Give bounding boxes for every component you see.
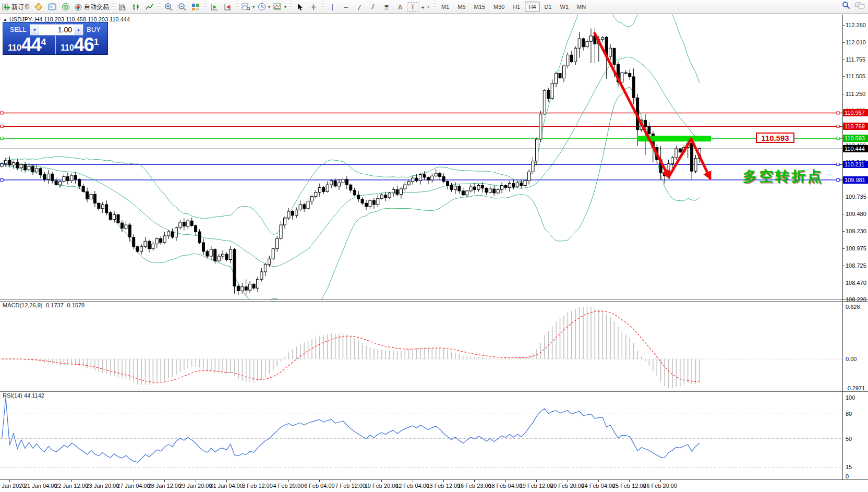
hline-handle[interactable] (837, 137, 839, 140)
macd-histogram-bar (269, 359, 270, 374)
candle (171, 229, 174, 239)
hline-handle[interactable] (1, 125, 3, 128)
hline-handle[interactable] (1, 112, 3, 114)
macd-histogram-bar (699, 359, 700, 382)
time-tick (381, 480, 382, 482)
timeframe-h4[interactable]: H4 (525, 2, 539, 12)
hline-handle[interactable] (837, 125, 839, 128)
timeframe-m30[interactable]: M30 (490, 2, 508, 12)
price-tick (842, 283, 845, 283)
templates-button[interactable]: ▾ (272, 1, 288, 13)
candle (629, 69, 631, 80)
periods-button[interactable]: ▾ (256, 1, 272, 13)
panel-separator[interactable] (0, 390, 868, 392)
fibonacci-tool-button[interactable]: ≣ (380, 1, 393, 13)
macd-histogram-bar (106, 359, 107, 374)
timeframe-m5[interactable]: M5 (454, 2, 469, 12)
candle (78, 178, 81, 189)
toolbar-grip (433, 2, 436, 12)
text-tool-button[interactable]: A (393, 1, 407, 13)
time-tick (598, 480, 599, 482)
price-tick (842, 266, 845, 266)
buy-button[interactable]: BUY (87, 26, 101, 33)
sell-button[interactable]: SELL (10, 26, 27, 33)
cursor-tool-button[interactable] (293, 1, 307, 13)
label-tool-button[interactable]: T (407, 2, 418, 11)
zoom-out-button[interactable] (175, 1, 189, 13)
search-icon[interactable] (842, 1, 850, 9)
macd-histogram-bar (664, 359, 665, 386)
chart-canvas[interactable] (0, 0, 868, 492)
time-tick (71, 480, 72, 482)
macd-histogram-bar (319, 336, 320, 359)
vline-tool-button[interactable]: | (326, 1, 339, 13)
zoom-in-button[interactable] (162, 1, 175, 13)
macd-histogram-bar (622, 331, 623, 359)
macd-histogram-bar (633, 343, 634, 359)
panel-separator[interactable] (0, 299, 868, 302)
macd-panel[interactable] (0, 307, 842, 388)
candle (551, 79, 553, 100)
chat-icon[interactable] (854, 2, 865, 9)
candle (377, 195, 379, 207)
new-order-label: 新订单 (11, 3, 30, 11)
autoscroll-button[interactable] (208, 1, 221, 13)
terminal-window: 新订单 自动交易 ▾ ▾ ▾ | — / ⫽ ≣ A T ✦▾ (0, 0, 868, 492)
signals-button[interactable] (59, 1, 73, 13)
rsi-panel[interactable] (0, 398, 842, 467)
chart-shift-button[interactable] (221, 1, 235, 13)
autotrading-button[interactable]: 自动交易 (73, 1, 111, 13)
line-chart-button[interactable] (143, 1, 156, 13)
channel-tool-button[interactable]: ⫽ (366, 1, 380, 13)
macd-histogram-bar (316, 338, 317, 359)
time-tick-label: 21 Jan 04:00 (24, 483, 57, 489)
timeframe-m1[interactable]: M1 (438, 2, 453, 12)
terminal-button[interactable] (45, 1, 59, 13)
level-callout-110593[interactable]: 110.593 (756, 133, 794, 143)
hline-handle[interactable] (837, 163, 839, 165)
hline-tool-button[interactable]: — (339, 1, 353, 13)
arrows-tool-button[interactable]: ✦▾ (418, 1, 432, 13)
timeframe-w1[interactable]: W1 (557, 2, 573, 12)
candle (532, 157, 534, 174)
bar-chart-button[interactable] (116, 1, 129, 13)
candle (431, 173, 433, 183)
hline-handle[interactable] (1, 137, 3, 140)
trendline-tool-button[interactable]: / (353, 1, 366, 13)
tile-windows-button[interactable] (189, 1, 202, 13)
candle (59, 181, 62, 188)
timeframe-m15[interactable]: M15 (471, 2, 489, 12)
candle (311, 195, 314, 205)
macd-histogram-bar (513, 358, 514, 359)
volume-decrease-button[interactable]: ▼ (30, 25, 39, 35)
new-order-button[interactable]: 新订单 (1, 1, 32, 13)
indicators-button[interactable]: ▾ (240, 1, 256, 13)
crosshair-tool-button[interactable] (307, 1, 320, 13)
time-tick-label: 28 Jan 12:00 (148, 483, 181, 489)
trend-arrow[interactable] (595, 33, 669, 177)
candle (179, 220, 182, 230)
candle-chart-button[interactable] (129, 1, 143, 13)
macd-histogram-bar (521, 357, 522, 359)
price-badge-110.444: 110.444 (843, 145, 868, 152)
hline-handle[interactable] (837, 178, 839, 181)
cursor-icon (296, 3, 304, 11)
sell-price[interactable]: 110 44 4 (8, 36, 46, 53)
timeframe-h1[interactable]: H1 (509, 2, 524, 12)
volume-increase-button[interactable]: ▲ (74, 25, 83, 35)
main-chart-panel[interactable] (0, 0, 842, 316)
hline-handle[interactable] (837, 112, 839, 114)
hline-handle[interactable] (1, 178, 3, 181)
volume-input[interactable]: 1.00 (39, 25, 74, 35)
macd-histogram-bar (292, 350, 293, 359)
marketwatch-button[interactable] (32, 1, 45, 13)
dropdown-caret-icon: ▾ (252, 5, 255, 9)
timeframe-mn[interactable]: MN (573, 2, 589, 12)
price-tick (842, 42, 845, 43)
macd-histogram-bar (579, 307, 580, 359)
cn-annotation[interactable]: 多空转折点 (743, 167, 824, 186)
macd-histogram-bar (160, 359, 161, 382)
buy-price[interactable]: 110 46 1 (61, 36, 99, 53)
macd-histogram-bar (629, 338, 630, 359)
timeframe-d1[interactable]: D1 (541, 2, 556, 12)
